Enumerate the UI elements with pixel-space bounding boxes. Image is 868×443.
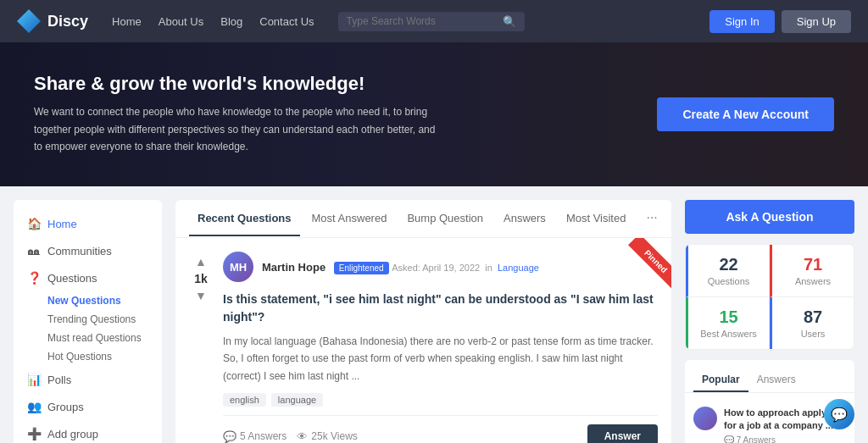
tab-recent-questions[interactable]: Recent Questions [189, 202, 300, 236]
search-area: 🔍 [338, 12, 525, 31]
nav-blog[interactable]: Blog [220, 15, 242, 28]
question-body-1: In my local language (Bahasa Indonesia) … [223, 333, 658, 385]
nav-about[interactable]: About Us [159, 15, 203, 28]
sidebar-item-home-label: Home [47, 218, 77, 230]
stat-questions-number: 22 [698, 255, 759, 274]
vote-up-button[interactable]: ▲ [195, 255, 207, 269]
sidebar-sub-hot[interactable]: Hot Questions [14, 347, 162, 366]
nav: Home About Us Blog Contact Us [112, 15, 314, 28]
sidebar-item-add-group[interactable]: ➕ Add group [14, 420, 162, 443]
sidebar-item-communities-label: Communities [47, 245, 112, 257]
tag-language[interactable]: language [271, 393, 323, 407]
views-stat-1: 👁 25k Views [297, 430, 357, 443]
pinned-badge-wrap: Pinned [612, 238, 671, 297]
sidebar-item-questions[interactable]: ❓ Questions [14, 264, 162, 291]
question-header-1: MH Martin Hope Enlightened Asked: April … [223, 252, 658, 282]
communities-icon: 🏘 [27, 244, 41, 257]
groups-icon: 👥 [27, 400, 41, 413]
tags-row-1: english language [223, 393, 658, 407]
popular-avatar-1 [693, 407, 717, 430]
comment-icon-1: 💬 [724, 435, 734, 443]
stat-answers-number: 71 [782, 255, 843, 274]
stat-answers-label: Answers [782, 276, 843, 286]
question-author-1: Martin Hope [262, 261, 326, 274]
hero-content: Share & grow the world's knowledge! We w… [0, 47, 657, 180]
stat-users-number: 87 [782, 307, 843, 327]
nav-contact[interactable]: Contact Us [259, 15, 314, 28]
question-category-1: Language [498, 263, 539, 273]
stats-grid: 22 Questions 71 Answers 15 Best Answers … [685, 244, 854, 350]
stat-questions: 22 Questions [686, 245, 770, 297]
pinned-badge: Pinned [628, 238, 671, 289]
sidebar: 🏠 Home 🏘 Communities ❓ Questions New Que… [14, 200, 162, 443]
header: Discy Home About Us Blog Contact Us 🔍 Si… [0, 0, 868, 42]
search-icon: 🔍 [503, 15, 516, 28]
tab-more[interactable]: ··· [637, 200, 665, 237]
tag-english[interactable]: english [223, 393, 266, 407]
sidebar-item-communities[interactable]: 🏘 Communities [14, 237, 162, 264]
create-account-button[interactable]: Create A New Account [657, 97, 834, 131]
tab-most-visited[interactable]: Most Visited [558, 202, 635, 236]
hero-title: Share & grow the world's knowledge! [34, 73, 623, 95]
vote-down-button[interactable]: ▼ [195, 289, 207, 302]
vote-count: 1k [194, 272, 208, 285]
signup-button[interactable]: Sign Up [782, 10, 851, 33]
search-input[interactable] [347, 15, 503, 27]
stat-questions-label: Questions [698, 276, 759, 286]
avatar-1: MH [223, 252, 253, 282]
answers-icon: 💬 [223, 430, 236, 443]
sidebar-item-polls[interactable]: 📊 Polls [14, 366, 162, 393]
signin-button[interactable]: Sign In [709, 10, 774, 33]
stat-users: 87 Users [770, 297, 854, 349]
questions-icon: ❓ [27, 271, 41, 285]
answers-stat-1: 💬 5 Answers [223, 430, 287, 443]
tabs-bar: Recent Questions Most Answered Bump Ques… [175, 200, 671, 238]
sidebar-sub-new-questions[interactable]: New Questions [14, 291, 162, 310]
question-title-1: Is this statement, "i see him last night… [223, 291, 658, 326]
question-footer-1: 💬 5 Answers 👁 25k Views Answer [223, 415, 658, 443]
popular-answers-1: 💬 7 Answers [724, 435, 846, 443]
sidebar-item-questions-label: Questions [47, 272, 97, 285]
answer-button-1[interactable]: Answer [587, 424, 658, 443]
logo-text: Discy [47, 13, 88, 30]
home-icon: 🏠 [27, 217, 41, 230]
question-meta-1: Martin Hope Enlightened Asked: April 19,… [262, 261, 658, 274]
add-group-icon: ➕ [27, 427, 41, 440]
hero-description: We want to connect the people who have k… [34, 103, 441, 155]
hero-cta: Create A New Account [657, 97, 868, 131]
logo-area: Discy [17, 9, 88, 33]
sidebar-item-groups[interactable]: 👥 Groups [14, 393, 162, 420]
logo-icon [17, 9, 41, 33]
tab-bump-question[interactable]: Bump Question [398, 202, 492, 236]
nav-home[interactable]: Home [112, 15, 142, 28]
badge-enlightened-1: Enlightened [334, 262, 389, 274]
tab-answers[interactable]: Answers [495, 202, 554, 236]
stat-users-label: Users [782, 329, 843, 339]
views-icon: 👁 [297, 430, 308, 443]
question-card-1: Pinned ▲ 1k ▼ MH Martin Hope Enlightened [175, 238, 671, 443]
stat-best-answers: 15 Best Answers [686, 297, 770, 349]
support-button[interactable]: 💬 [824, 399, 854, 429]
ask-question-button[interactable]: Ask A Question [685, 200, 854, 234]
main-layout: 🏠 Home 🏘 Communities ❓ Questions New Que… [0, 186, 868, 443]
sidebar-sub-trending[interactable]: Trending Questions [14, 310, 162, 329]
header-actions: Sign In Sign Up [709, 10, 851, 33]
center-content: Recent Questions Most Answered Bump Ques… [175, 200, 671, 443]
stat-best-answers-label: Best Answers [698, 329, 759, 339]
popular-tabs-row: Popular Answers [685, 368, 854, 393]
hero-section: Share & grow the world's knowledge! We w… [0, 42, 868, 186]
stat-answers: 71 Answers [770, 245, 854, 297]
sidebar-item-home[interactable]: 🏠 Home [14, 210, 162, 237]
stat-best-answers-number: 15 [698, 307, 759, 327]
tab-popular[interactable]: Popular [693, 368, 748, 392]
tab-answers[interactable]: Answers [748, 368, 804, 392]
question-date-1: Asked: April 19, 2022 in Language [392, 263, 539, 273]
tab-most-answered[interactable]: Most Answered [303, 202, 396, 236]
sidebar-sub-must-read[interactable]: Must read Questions [14, 329, 162, 347]
polls-icon: 📊 [27, 373, 41, 386]
